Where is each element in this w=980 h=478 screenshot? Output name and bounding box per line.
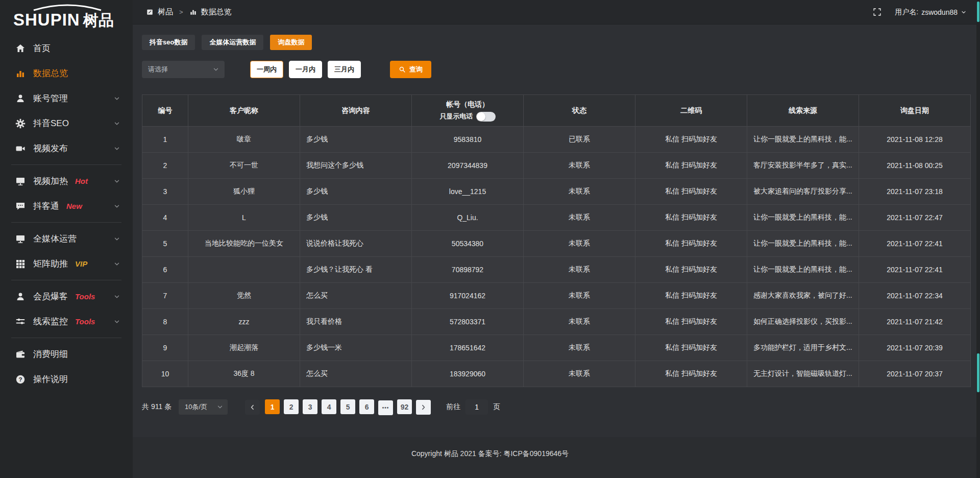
sidebar-item-label: 线索监控 <box>33 316 68 327</box>
col-qrcode: 二维码 <box>635 95 747 127</box>
cell-content: 多少钱？让我死心 看 <box>300 257 412 283</box>
sidebar-item-data-overview[interactable]: 数据总览 <box>0 61 133 86</box>
fullscreen-icon[interactable] <box>873 8 881 16</box>
scrollbar-track[interactable] <box>976 0 980 478</box>
sidebar-item-help[interactable]: ?操作说明 <box>0 367 133 392</box>
chevron-down-icon <box>216 403 224 411</box>
sidebar-item-spend-detail[interactable]: 消费明细 <box>0 342 133 367</box>
page-button-1[interactable]: 1 <box>265 399 280 414</box>
cell-qrcode[interactable]: 私信 扫码加好友 <box>635 127 747 153</box>
cell-qrcode[interactable]: 私信 扫码加好友 <box>635 335 747 361</box>
page-button-6[interactable]: 6 <box>359 399 374 414</box>
inquiry-table: 编号客户昵称咨询内容帐号（电话）只显示电话状态二维码线索来源询盘日期 1啵章多少… <box>142 94 971 387</box>
table-row: 1啵章多少钱9583810已联系私信 扫码加好友让你一眼就爱上的黑科技，能...… <box>142 127 971 153</box>
cell-index: 9 <box>142 335 188 361</box>
cell-source[interactable]: 多功能护栏灯，适用于乡村文... <box>747 335 859 361</box>
cell-index: 4 <box>142 205 188 231</box>
cell-date: 2021-11-07 20:39 <box>859 335 971 361</box>
sidebar-item-label: 首页 <box>33 42 51 54</box>
sidebar-item-douyin-seo[interactable]: 抖音SEO <box>0 111 133 136</box>
range-button-three-months[interactable]: 三月内 <box>328 61 361 78</box>
user-menu[interactable]: 用户名: zswodun88 <box>895 8 967 17</box>
sidebar-item-home[interactable]: 首页 <box>0 36 133 61</box>
cell-source[interactable]: 感谢大家喜欢我家，被问了好... <box>747 283 859 309</box>
sidebar-item-account-management[interactable]: 账号管理 <box>0 86 133 111</box>
cell-source[interactable]: 让你一眼就爱上的黑科技，能... <box>747 127 859 153</box>
cell-qrcode[interactable]: 私信 扫码加好友 <box>635 179 747 205</box>
cell-source[interactable]: 无主灯设计，智能磁吸轨道灯... <box>747 361 859 387</box>
page-button-92[interactable]: 92 <box>397 399 412 414</box>
cell-source[interactable]: 让你一眼就爱上的黑科技，能... <box>747 231 859 257</box>
topbar-right: 用户名: zswodun88 <box>873 8 967 17</box>
cell-date: 2021-11-07 22:41 <box>859 231 971 257</box>
chevron-down-icon <box>961 9 967 15</box>
breadcrumb-root[interactable]: 树品 <box>158 7 173 17</box>
cell-source[interactable]: 让你一眼就爱上的黑科技，能... <box>747 205 859 231</box>
cell-status: 未联系 <box>524 361 635 387</box>
page-button-4[interactable]: 4 <box>322 399 336 414</box>
sidebar-item-douketong[interactable]: 抖客通New <box>0 194 133 219</box>
sidebar-item-badge: VIP <box>75 259 87 268</box>
cell-qrcode[interactable]: 私信 扫码加好友 <box>635 257 747 283</box>
page-button-3[interactable]: 3 <box>303 399 317 414</box>
logo-text-en: SHUPIN <box>13 10 80 30</box>
range-button-one-week[interactable]: 一周内 <box>250 61 283 78</box>
sidebar-item-badge: Tools <box>75 317 95 326</box>
goto-page-input[interactable] <box>465 399 488 415</box>
range-button-one-month[interactable]: 一月内 <box>289 61 322 78</box>
next-page-button[interactable] <box>416 400 431 415</box>
sidebar-item-label: 数据总览 <box>33 67 68 79</box>
cell-source[interactable]: 如何正确选择投影仪，买投影... <box>747 309 859 335</box>
cell-account: 2097344839 <box>412 153 524 179</box>
sidebar-item-matrix-boost[interactable]: 矩阵助推VIP <box>0 251 133 276</box>
col-account: 帐号（电话）只显示电话 <box>412 95 524 127</box>
page-button-2[interactable]: 2 <box>284 399 299 414</box>
cell-status: 未联系 <box>524 335 635 361</box>
sidebar-item-video-heat[interactable]: 视频加热Hot <box>0 169 133 194</box>
sidebar-item-label: 矩阵助推 <box>33 258 68 270</box>
cell-source[interactable]: 让你一眼就爱上的黑科技，能... <box>747 257 859 283</box>
breadcrumb-current: 数据总览 <box>201 7 232 17</box>
cell-account: 183929060 <box>412 361 524 387</box>
prev-page-button[interactable] <box>245 400 260 415</box>
phone-only-toggle[interactable] <box>476 112 496 122</box>
col-content: 咨询内容 <box>300 95 412 127</box>
cell-qrcode[interactable]: 私信 扫码加好友 <box>635 153 747 179</box>
cell-qrcode[interactable]: 私信 扫码加好友 <box>635 361 747 387</box>
sidebar-item-member-baoke[interactable]: 会员爆客Tools <box>0 284 133 309</box>
page-button-5[interactable]: 5 <box>340 399 355 414</box>
filter-select[interactable]: 请选择 <box>142 61 225 78</box>
cell-status: 未联系 <box>524 257 635 283</box>
cell-source[interactable]: 被大家追着问的客厅投影分享... <box>747 179 859 205</box>
sidebar-item-badge: New <box>66 202 82 210</box>
topbar: 树品 > 数据总览 用户名: zswodun88 <box>133 0 980 25</box>
page-size-select[interactable]: 10条/页 <box>179 399 228 415</box>
tab-inquiry-data[interactable]: 询盘数据 <box>270 35 312 50</box>
chevron-down-icon <box>113 120 120 127</box>
scrollbar-thumb[interactable] <box>977 353 979 392</box>
col-status: 状态 <box>524 95 635 127</box>
sidebar-item-clue-monitor[interactable]: 线索监控Tools <box>0 309 133 334</box>
scrollbar-thumb[interactable] <box>977 2 979 22</box>
cell-qrcode[interactable]: 私信 扫码加好友 <box>635 205 747 231</box>
cell-source[interactable]: 客厅安装投影半年多了，真实... <box>747 153 859 179</box>
sidebar-item-label: 视频发布 <box>33 142 68 154</box>
cell-status: 未联系 <box>524 205 635 231</box>
sidebar-item-media-operation[interactable]: 全媒体运营 <box>0 226 133 251</box>
tab-media-operation-data[interactable]: 全媒体运营数据 <box>202 35 263 50</box>
chevron-down-icon <box>113 203 120 210</box>
cell-index: 8 <box>142 309 188 335</box>
cell-qrcode[interactable]: 私信 扫码加好友 <box>635 283 747 309</box>
svg-text:?: ? <box>18 376 22 383</box>
cell-content: 多少钱 <box>300 127 412 153</box>
query-button[interactable]: 查询 <box>390 61 431 78</box>
sidebar-item-video-publish[interactable]: 视频发布 <box>0 136 133 161</box>
cell-content: 多少钱一米 <box>300 335 412 361</box>
cell-qrcode[interactable]: 私信 扫码加好友 <box>635 309 747 335</box>
cell-index: 6 <box>142 257 188 283</box>
cell-qrcode[interactable]: 私信 扫码加好友 <box>635 231 747 257</box>
tab-douyin-seo-data[interactable]: 抖音seo数据 <box>142 35 195 50</box>
app-square-icon <box>146 8 154 16</box>
monitor-icon <box>15 234 26 244</box>
more-pages-button[interactable]: ••• <box>378 400 393 415</box>
